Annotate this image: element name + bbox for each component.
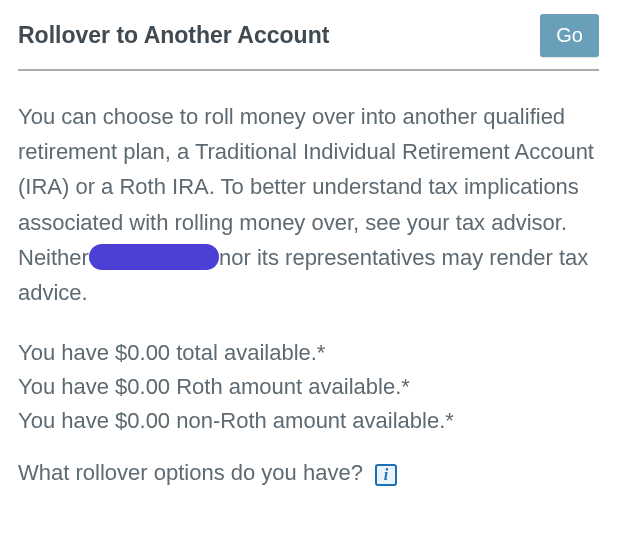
redaction-mark <box>89 244 219 270</box>
availability-block: You have $0.00 total available.* You hav… <box>18 336 599 438</box>
roth-available: You have $0.00 Roth amount available.* <box>18 370 599 404</box>
section-header: Rollover to Another Account Go <box>18 14 599 71</box>
go-button[interactable]: Go <box>540 14 599 57</box>
page-title: Rollover to Another Account <box>18 22 329 49</box>
info-icon[interactable]: i <box>375 464 397 486</box>
total-available: You have $0.00 total available.* <box>18 336 599 370</box>
options-question-row: What rollover options do you have? i <box>18 460 599 486</box>
options-question: What rollover options do you have? <box>18 460 363 485</box>
non-roth-available: You have $0.00 non-Roth amount available… <box>18 404 599 438</box>
intro-paragraph: You can choose to roll money over into a… <box>18 99 599 310</box>
